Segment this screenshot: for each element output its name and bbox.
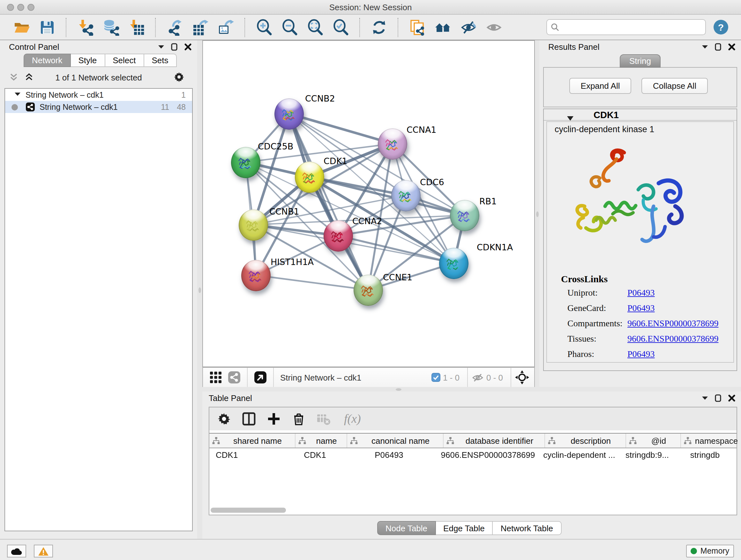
table-cell[interactable]: CDK1 — [209, 448, 289, 462]
zoom-selected-button[interactable] — [333, 19, 349, 36]
column-header-shared-name[interactable]: shared name — [209, 434, 295, 448]
hidden-eye-icon[interactable] — [472, 373, 484, 382]
tab-select[interactable]: Select — [105, 54, 144, 67]
network-view[interactable]: CCNB2CCNA1CDC25BCDK1CDC6RB1CCNB1CCNA2CDK… — [202, 40, 535, 367]
horizontal-splitter[interactable] — [202, 387, 741, 391]
zoom-out-button[interactable] — [281, 19, 298, 36]
tab-sets[interactable]: Sets — [144, 54, 177, 67]
gene-section-header[interactable]: CDK1 — [544, 109, 737, 121]
node-CDC6[interactable] — [391, 180, 421, 211]
edge-HIST1H1A-CCNE1[interactable] — [256, 275, 368, 290]
overview-button[interactable] — [434, 19, 451, 36]
tab-style[interactable]: Style — [71, 54, 105, 67]
network-row[interactable]: String Network – cdk1 11 48 — [5, 101, 192, 113]
expand-all-button[interactable]: Expand All — [569, 78, 631, 94]
grid-mode-icon[interactable] — [209, 371, 222, 384]
results-panel-float-icon[interactable] — [714, 42, 723, 51]
network-collection-row[interactable]: String Network – cdk1 1 — [5, 89, 192, 101]
node-CCNB1[interactable] — [239, 209, 268, 240]
table-horizontal-scrollbar[interactable] — [211, 508, 286, 513]
node-label-CCNB1: CCNB1 — [269, 206, 299, 216]
node-CCNE1[interactable] — [354, 274, 383, 306]
selected-checkbox-icon[interactable] — [431, 373, 441, 382]
crosslink-link[interactable]: P06493 — [627, 288, 655, 298]
results-panel-menu-icon[interactable] — [701, 42, 709, 51]
clone-network-button[interactable] — [409, 19, 426, 36]
open-session-button[interactable] — [13, 19, 30, 36]
control-panel-float-icon[interactable] — [171, 42, 179, 51]
node-CDK1[interactable] — [295, 161, 324, 192]
node-CDKN1A[interactable] — [439, 247, 468, 279]
node-CCNA1[interactable] — [378, 128, 407, 159]
tab-node-table[interactable]: Node Table — [377, 521, 435, 535]
show-labels-button[interactable] — [486, 19, 502, 36]
memory-button[interactable]: Memory — [686, 545, 734, 557]
column-header-canonical-name[interactable]: canonical name — [347, 434, 444, 448]
export-image-button[interactable] — [218, 19, 234, 36]
node-label-CCNB2: CCNB2 — [305, 93, 335, 104]
save-session-button[interactable] — [39, 19, 56, 36]
cloud-status-button[interactable] — [7, 545, 26, 557]
zoom-fit-button[interactable] — [307, 19, 324, 36]
node-CCNB2[interactable] — [274, 98, 304, 129]
gene-name: CDK1 — [594, 110, 619, 120]
right-splitter[interactable] — [535, 40, 539, 391]
node-CDC25B[interactable] — [231, 146, 260, 178]
hide-labels-button[interactable] — [460, 19, 477, 36]
control-panel-close-icon[interactable] — [184, 42, 192, 51]
collection-expand-icon[interactable] — [14, 90, 22, 99]
column-header-namespace[interactable]: namespace — [681, 434, 741, 448]
table-cell[interactable]: CDK1 — [289, 448, 341, 462]
table-cell[interactable]: stringdb — [675, 448, 735, 462]
delete-column-icon[interactable] — [292, 412, 306, 426]
crosslink-label: Uniprot: — [567, 288, 598, 298]
show-columns-icon[interactable] — [242, 412, 256, 426]
crosslink-link[interactable]: 9606.ENSP00000378699 — [627, 334, 718, 344]
table-cell[interactable]: 9606.ENSP00000378699 — [437, 448, 539, 462]
node-HIST1H1A[interactable] — [241, 260, 271, 291]
tab-edge-table[interactable]: Edge Table — [435, 521, 493, 535]
column-header-description[interactable]: description — [545, 434, 626, 448]
import-network-file-button[interactable] — [77, 19, 94, 36]
birdseye-toggle-icon[interactable] — [254, 371, 267, 384]
control-panel-menu-icon[interactable] — [157, 42, 165, 51]
table-panel-float-icon[interactable] — [714, 393, 723, 401]
network-share-icon[interactable] — [228, 371, 241, 384]
tab-network[interactable]: Network — [23, 54, 71, 67]
protein-structure-image — [563, 145, 690, 257]
crosslink-link[interactable]: 9606.ENSP00000378699 — [627, 319, 718, 329]
collapse-all-button[interactable]: Collapse All — [642, 78, 708, 94]
edge-CCNB2-CCNA1[interactable] — [289, 114, 393, 144]
table-cell[interactable]: P06493 — [341, 448, 437, 462]
add-column-icon[interactable] — [267, 412, 281, 426]
node-RB1[interactable] — [450, 199, 479, 231]
network-type-icon — [25, 102, 35, 112]
import-network-database-button[interactable] — [103, 19, 119, 36]
left-splitter[interactable] — [197, 40, 202, 539]
column-header--id[interactable]: @id — [626, 434, 681, 448]
table-settings-gear-icon[interactable] — [217, 412, 231, 426]
pan-crosshair-icon[interactable] — [515, 370, 529, 384]
import-table-button[interactable] — [128, 19, 145, 36]
search-input[interactable] — [546, 19, 706, 35]
results-panel-close-icon[interactable] — [728, 42, 736, 51]
table-panel-menu-icon[interactable] — [701, 393, 709, 401]
node-CCNA2[interactable] — [324, 220, 353, 251]
tab-network-table[interactable]: Network Table — [493, 521, 561, 535]
crosslink-link[interactable]: P06493 — [627, 349, 655, 360]
network-options-gear-icon[interactable] — [174, 71, 185, 82]
gene-collapse-icon[interactable] — [567, 112, 574, 118]
refresh-button[interactable] — [371, 19, 387, 36]
export-network-button[interactable] — [166, 19, 183, 36]
column-header-database-identifier[interactable]: database identifier — [444, 434, 545, 448]
crosslink-link[interactable]: P06493 — [627, 303, 655, 314]
table-panel-close-icon[interactable] — [728, 393, 736, 401]
tab-string[interactable]: String — [620, 54, 661, 68]
table-cell[interactable]: cyclin-dependent ... — [539, 448, 620, 462]
help-button[interactable]: ? — [714, 20, 728, 35]
warnings-button[interactable] — [34, 545, 53, 557]
column-header-name[interactable]: name — [295, 434, 347, 448]
table-cell[interactable]: stringdb:9... — [620, 448, 675, 462]
zoom-in-button[interactable] — [256, 19, 273, 36]
export-table-button[interactable] — [192, 19, 209, 36]
